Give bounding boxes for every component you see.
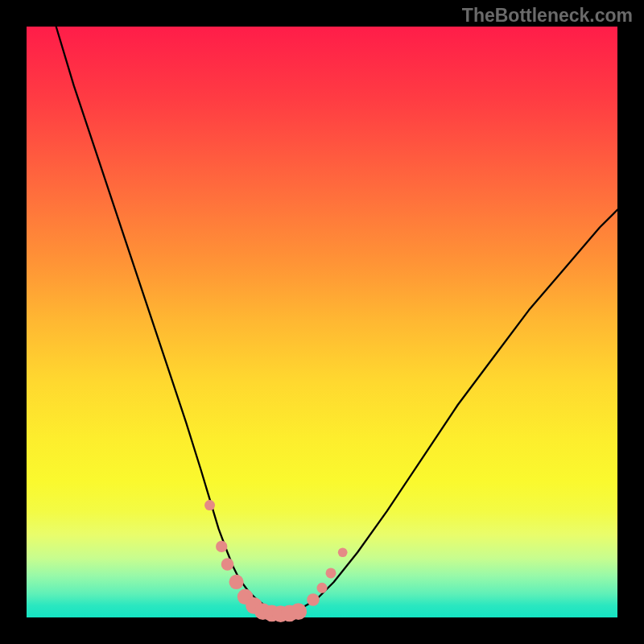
data-marker — [317, 583, 328, 593]
curve-layer — [56, 27, 617, 613]
data-marker — [229, 575, 243, 589]
data-marker — [221, 558, 234, 571]
data-marker — [338, 547, 348, 557]
chart-svg — [27, 27, 617, 617]
data-marker — [216, 541, 227, 552]
data-marker — [290, 603, 307, 620]
watermark-text: TheBottleneck.com — [462, 5, 633, 27]
data-marker — [204, 500, 215, 510]
curve-left-branch — [56, 27, 284, 613]
curve-right-branch — [283, 210, 617, 613]
marker-layer — [204, 500, 348, 622]
data-marker — [307, 593, 320, 606]
chart-frame: TheBottleneck.com — [0, 0, 644, 644]
data-marker — [326, 568, 336, 578]
